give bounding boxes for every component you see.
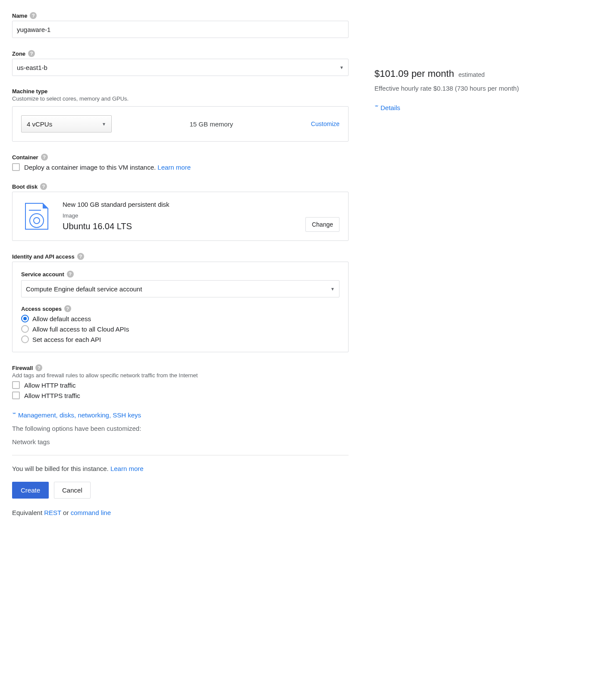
container-text: Deploy a container image to this VM inst… <box>24 164 191 171</box>
help-icon[interactable]: ? <box>77 253 84 260</box>
scope-radio-full[interactable] <box>21 325 29 333</box>
help-icon[interactable]: ? <box>67 271 74 278</box>
expand-row[interactable]: ˅˅ Management, disks, networking, SSH ke… <box>12 411 349 419</box>
billing-learn-more-link[interactable]: Learn more <box>110 465 144 472</box>
container-section: Container ? Deploy a container image to … <box>12 154 349 171</box>
container-learn-more-link[interactable]: Learn more <box>157 164 191 171</box>
help-icon[interactable]: ? <box>40 183 47 190</box>
help-icon[interactable]: ? <box>41 154 48 161</box>
details-link: Details <box>380 104 400 111</box>
vcpu-select[interactable]: 4 vCPUs ▼ <box>21 115 112 133</box>
disk-icon <box>21 201 52 232</box>
details-toggle[interactable]: ˅˅ Details <box>374 104 590 111</box>
zone-select[interactable]: us-east1-b ▼ <box>12 59 349 76</box>
double-chevron-down-icon: ˅˅ <box>12 412 15 419</box>
http-checkbox[interactable] <box>12 381 20 389</box>
scope-radio-default[interactable] <box>21 315 29 322</box>
container-checkbox[interactable] <box>12 163 20 171</box>
pricing-sidebar: $101.09 per month estimated Effective ho… <box>374 12 590 111</box>
help-icon[interactable]: ? <box>28 50 35 57</box>
price-estimated: estimated <box>459 71 485 78</box>
https-label: Allow HTTPS traffic <box>24 392 80 399</box>
identity-section: Identity and API access ? Service accoun… <box>12 253 349 352</box>
svg-point-2 <box>34 218 40 224</box>
customized-item: Network tags <box>12 438 349 445</box>
scope-label: Set access for each API <box>32 336 101 343</box>
zone-section: Zone ? us-east1-b ▼ <box>12 50 349 76</box>
identity-label: Identity and API access <box>12 253 75 260</box>
bootdisk-title: New 100 GB standard persistent disk <box>63 201 295 208</box>
name-label: Name <box>12 13 27 19</box>
expand-link: Management, disks, networking, SSH keys <box>18 411 141 419</box>
bootdisk-section: Boot disk ? New 100 GB standard persiste… <box>12 183 349 241</box>
divider <box>12 455 349 455</box>
price-sub: Effective hourly rate $0.138 (730 hours … <box>374 85 590 92</box>
vcpu-value: 4 vCPUs <box>27 120 52 128</box>
svg-point-1 <box>30 214 44 227</box>
scope-radio-each[interactable] <box>21 335 29 343</box>
http-label: Allow HTTP traffic <box>24 382 75 389</box>
https-checkbox[interactable] <box>12 392 20 399</box>
name-input[interactable] <box>12 21 349 38</box>
price-headline: $101.09 per month estimated <box>374 68 590 79</box>
bootdisk-os: Ubuntu 16.04 LTS <box>63 221 295 231</box>
machine-label: Machine type <box>12 88 47 95</box>
command-line-link[interactable]: command line <box>71 509 111 516</box>
bootdisk-image-label: Image <box>63 212 295 219</box>
chevron-down-icon: ▼ <box>102 122 106 126</box>
name-section: Name ? <box>12 12 349 38</box>
machine-section: Machine type Customize to select cores, … <box>12 88 349 142</box>
double-chevron-down-icon: ˅˅ <box>374 104 377 111</box>
help-icon[interactable]: ? <box>64 305 71 312</box>
firewall-subtext: Add tags and firewall rules to allow spe… <box>12 372 349 379</box>
zone-value: us-east1-b <box>17 64 47 71</box>
equivalent-text: Equivalent REST or command line <box>12 509 349 516</box>
rest-link[interactable]: REST <box>44 509 61 516</box>
create-button[interactable]: Create <box>12 482 49 499</box>
billing-text: You will be billed for this instance. Le… <box>12 465 349 472</box>
zone-label: Zone <box>12 51 25 57</box>
scope-label: Allow full access to all Cloud APIs <box>32 325 129 333</box>
change-button[interactable]: Change <box>305 217 339 232</box>
firewall-section: Firewall ? Add tags and firewall rules t… <box>12 364 349 399</box>
service-account-value: Compute Engine default service account <box>26 285 142 293</box>
bootdisk-label: Boot disk <box>12 183 38 190</box>
chevron-down-icon: ▼ <box>339 65 344 70</box>
customize-link[interactable]: Customize <box>311 120 339 127</box>
help-icon[interactable]: ? <box>30 12 37 19</box>
container-label: Container <box>12 154 38 161</box>
memory-text: 15 GB memory <box>129 120 294 128</box>
firewall-label: Firewall <box>12 365 33 371</box>
help-icon[interactable]: ? <box>35 364 42 371</box>
chevron-down-icon: ▼ <box>330 287 335 291</box>
machine-subtext: Customize to select cores, memory and GP… <box>12 95 349 102</box>
scope-label: Allow default access <box>32 315 91 322</box>
service-account-label: Service account <box>21 271 64 278</box>
service-account-select[interactable]: Compute Engine default service account ▼ <box>21 280 339 297</box>
cancel-button[interactable]: Cancel <box>54 482 91 499</box>
access-scopes-label: Access scopes <box>21 306 62 312</box>
customized-heading: The following options have been customiz… <box>12 425 349 432</box>
